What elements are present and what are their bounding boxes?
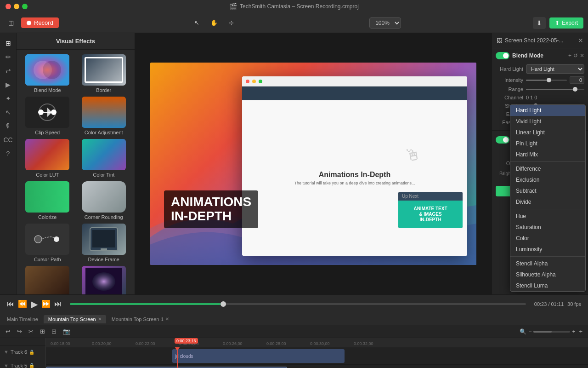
blend-mode-toggle[interactable] bbox=[496, 52, 509, 59]
effect-drop-shadow[interactable]: Drop Shadow bbox=[21, 266, 74, 294]
mode-label: Hard Light bbox=[496, 66, 523, 72]
traffic-lights bbox=[6, 4, 28, 9]
track-5-expand[interactable]: ▼ bbox=[4, 363, 9, 368]
effect-colorize[interactable]: Colorize bbox=[21, 181, 74, 220]
step-forward-button[interactable]: ⏩ bbox=[41, 299, 51, 308]
timeline-scrubber[interactable] bbox=[70, 303, 526, 305]
canvas-screenshot-body: Animations In-Depth The tutorial will ta… bbox=[242, 86, 467, 256]
dd-item-divide[interactable]: Divide bbox=[510, 196, 585, 207]
sidebar-icon-annotations[interactable]: ✏ bbox=[2, 51, 15, 63]
tl-cut-button[interactable]: ✂ bbox=[27, 327, 35, 336]
tab-mountain-top-screen[interactable]: Mountain Top Screen ✕ bbox=[44, 315, 106, 323]
mode-select[interactable]: Hard Light Vivid Light Linear Light Norm… bbox=[526, 64, 584, 74]
zoom-slider[interactable] bbox=[533, 331, 570, 333]
effect-blend-mode[interactable]: Blend Mode bbox=[21, 54, 74, 93]
track-6-clip-clouds[interactable]: jd clouds bbox=[172, 349, 345, 363]
crop-tool-button[interactable]: ⊹ bbox=[225, 17, 237, 28]
playhead[interactable] bbox=[177, 347, 178, 368]
plus-icon[interactable]: + bbox=[568, 52, 571, 59]
sidebar-icon-animations[interactable]: ✦ bbox=[2, 92, 15, 105]
track-6-expand[interactable]: ▼ bbox=[4, 349, 9, 355]
sidebar-icon-behaviors[interactable]: ▶ bbox=[2, 78, 15, 91]
range-row: Range bbox=[496, 85, 584, 93]
zoom-out-icon[interactable]: 🔍 bbox=[520, 328, 526, 335]
scrub-thumb[interactable] bbox=[220, 301, 226, 307]
skip-back-button[interactable]: ⏮ bbox=[7, 300, 14, 308]
dd-item-subtract[interactable]: Subtract bbox=[510, 185, 585, 196]
dd-item-hue[interactable]: Hue bbox=[510, 211, 585, 222]
step-back-button[interactable]: ⏪ bbox=[18, 299, 27, 308]
effect-color-tint[interactable]: Color Tint bbox=[78, 139, 130, 178]
track-5-row: Screen Shot 2022-05-17 at 8.24.01 AM bbox=[46, 365, 588, 368]
dd-item-color[interactable]: Color bbox=[510, 233, 585, 244]
dd-item-luminosity[interactable]: Luminosity bbox=[510, 244, 585, 255]
effect-cursor-path[interactable]: Cursor Path bbox=[21, 224, 74, 262]
sidebar-icon-captions[interactable]: CC bbox=[2, 133, 15, 146]
effect-glow[interactable]: Glow bbox=[78, 266, 130, 294]
dd-item-hard-mix[interactable]: Hard Mix bbox=[510, 149, 585, 160]
download-button[interactable]: ⬇ bbox=[533, 17, 546, 29]
tl-split-button[interactable]: ⊟ bbox=[50, 327, 58, 336]
sidebar-icon-transitions[interactable]: ⇄ bbox=[2, 64, 15, 77]
tab-mountain-top-screen-1[interactable]: Mountain Top Screen-1 ✕ bbox=[107, 315, 174, 323]
tl-add-track-button[interactable]: + bbox=[577, 327, 584, 336]
tl-camera-button[interactable]: 📷 bbox=[61, 327, 72, 336]
dd-item-stencil-luma[interactable]: Stencil Luma bbox=[510, 280, 585, 291]
up-next-panel: Up Next ANIMATE TEXT& IMAGESIN-DEPTH bbox=[398, 192, 463, 228]
dd-item-saturation[interactable]: Saturation bbox=[510, 222, 585, 233]
track-6-lock[interactable]: 🔒 bbox=[29, 350, 34, 355]
intensity-slider[interactable] bbox=[526, 80, 567, 81]
export-button[interactable]: ⬆ Export bbox=[549, 17, 583, 29]
arrow-tool-button[interactable]: ↖ bbox=[191, 17, 203, 28]
close-section-icon[interactable]: ✕ bbox=[580, 52, 584, 59]
sidebar-icon-quiz[interactable]: ? bbox=[2, 147, 15, 160]
zoom-select[interactable]: 100% 75% 50% 125% bbox=[369, 17, 401, 29]
effect-label-colorize: Colorize bbox=[38, 214, 57, 220]
zoom-minus-icon[interactable]: − bbox=[528, 328, 531, 335]
ruler-mark-18: 0:00:18;00 bbox=[51, 341, 70, 346]
dd-item-hard-light[interactable]: Hard Light bbox=[510, 105, 585, 116]
sidebar-icon-voice[interactable]: 🎙 bbox=[2, 120, 15, 132]
dd-item-vivid-light[interactable]: Vivid Light bbox=[510, 116, 585, 127]
maximize-button[interactable] bbox=[22, 4, 28, 9]
tl-group-button[interactable]: ⊞ bbox=[38, 327, 47, 336]
ruler-mark-32: 0:00:32;00 bbox=[354, 341, 373, 346]
effect-corner-rounding[interactable]: Corner Rounding bbox=[78, 181, 130, 220]
effect-clip-speed[interactable]: Clip Speed bbox=[21, 97, 74, 135]
play-button[interactable]: ▶ bbox=[31, 299, 38, 310]
intensity-value[interactable] bbox=[570, 76, 584, 84]
effect-thumb-border bbox=[82, 54, 126, 86]
tab-close-mountain-top-1[interactable]: ✕ bbox=[165, 316, 169, 322]
sidebar-icon-cursor[interactable]: ↖ bbox=[2, 106, 15, 119]
dd-item-silhouette-alpha[interactable]: Silhouette Alpha bbox=[510, 269, 585, 280]
media-bin-button[interactable]: ◫ bbox=[5, 17, 17, 28]
dd-item-difference[interactable]: Difference bbox=[510, 163, 585, 174]
dd-item-pin-light[interactable]: Pin Light bbox=[510, 138, 585, 149]
dd-item-linear-light[interactable]: Linear Light bbox=[510, 127, 585, 138]
hand-tool-button[interactable]: ✋ bbox=[207, 17, 221, 28]
effect-color-adjustment[interactable]: Color Adjustment bbox=[78, 97, 130, 135]
dd-item-exclusion[interactable]: Exclusion bbox=[510, 174, 585, 185]
tl-undo-button[interactable]: ↩ bbox=[4, 327, 12, 336]
effect-thumb-drop-shadow bbox=[25, 266, 69, 294]
panel-close-button[interactable]: ✕ bbox=[578, 37, 583, 44]
record-button[interactable]: Record bbox=[21, 17, 59, 28]
range-slider[interactable] bbox=[526, 89, 584, 90]
skip-forward-button[interactable]: ⏭ bbox=[54, 300, 62, 308]
sidebar-icon-media[interactable]: ⊞ bbox=[2, 37, 15, 50]
ruler-mark-26: 0:00:26;00 bbox=[223, 341, 243, 346]
spotlight-toggle[interactable] bbox=[496, 136, 509, 144]
effect-color-lut[interactable]: Color LUT bbox=[21, 139, 74, 178]
tl-redo-button[interactable]: ↪ bbox=[15, 327, 24, 336]
reset-icon[interactable]: ↺ bbox=[573, 52, 578, 59]
tab-close-mountain-top[interactable]: ✕ bbox=[98, 316, 102, 322]
zoom-plus-icon[interactable]: + bbox=[572, 328, 575, 335]
tab-main-timeline[interactable]: Main Timeline bbox=[2, 315, 43, 323]
track-6-row: jd clouds bbox=[46, 347, 588, 365]
dd-item-stencil-alpha[interactable]: Stencil Alpha bbox=[510, 258, 585, 269]
effect-border[interactable]: Border bbox=[78, 54, 130, 93]
effect-device-frame[interactable]: Device Frame bbox=[78, 224, 130, 262]
minimize-button[interactable] bbox=[14, 4, 19, 9]
close-button[interactable] bbox=[6, 4, 11, 9]
track-5-lock[interactable]: 🔒 bbox=[29, 363, 34, 368]
